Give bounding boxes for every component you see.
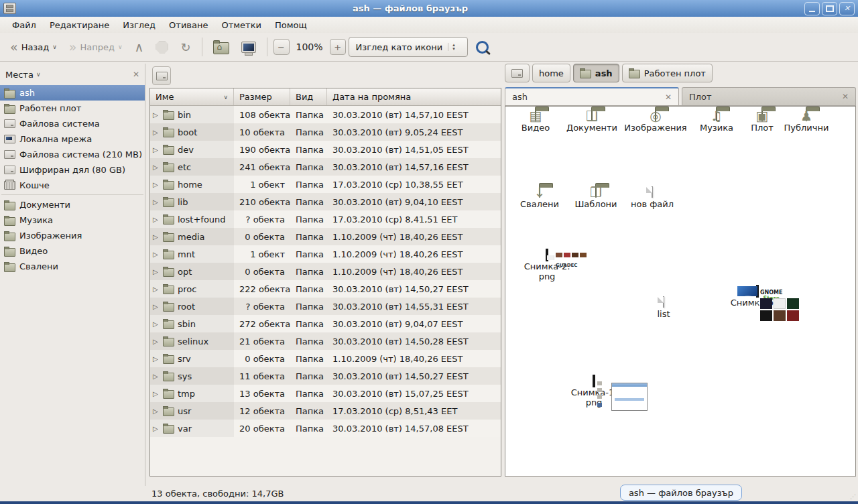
up-button[interactable]: ∧ xyxy=(130,39,149,55)
filesystem-root-button[interactable] xyxy=(152,66,171,85)
tree-row[interactable]: ▷ bin 108 обекта Папка 30.03.2010 (вт) 1… xyxy=(150,106,501,123)
tree-row[interactable]: ▷ usr 12 обекта Папка 17.03.2010 (ср) 8,… xyxy=(150,402,501,420)
menu-item[interactable]: Файл xyxy=(5,18,43,32)
expander-icon[interactable]: ▷ xyxy=(153,320,160,328)
expander-icon[interactable]: ▷ xyxy=(153,338,160,345)
expander-icon[interactable]: ▷ xyxy=(153,407,160,415)
view-mode-select[interactable]: Изглед като икони ▴▾ xyxy=(349,37,468,57)
expander-icon[interactable]: ▷ xyxy=(153,373,160,380)
menu-item[interactable]: Изглед xyxy=(116,18,162,32)
computer-button[interactable] xyxy=(237,38,261,56)
tab[interactable]: Плот ✕ xyxy=(682,87,856,105)
expander-icon[interactable]: ▷ xyxy=(153,355,160,363)
folder-item[interactable]: ♟ Публични xyxy=(778,111,835,133)
folder-item[interactable]: ▤ Видео xyxy=(507,111,564,133)
maximize-button[interactable] xyxy=(822,2,837,15)
column-header-type[interactable]: Вид xyxy=(290,88,327,105)
place-item[interactable]: Кошче xyxy=(0,178,145,193)
expander-icon[interactable]: ▷ xyxy=(153,268,160,275)
column-header-date[interactable]: Дата на промяна xyxy=(327,88,501,105)
path-button[interactable]: Работен плот xyxy=(622,64,713,82)
expander-icon[interactable]: ▷ xyxy=(153,129,160,136)
place-item[interactable]: Документи xyxy=(0,197,145,212)
tree-row[interactable]: ▷ dev 190 обекта Папка 30.03.2010 (вт) 1… xyxy=(150,141,501,158)
expander-icon[interactable]: ▷ xyxy=(153,164,160,171)
resize-grip[interactable]: ⋰ xyxy=(850,493,857,500)
tree-row[interactable]: ▷ etc 241 обекта Папка 30.03.2010 (вт) 1… xyxy=(150,158,501,176)
search-button[interactable] xyxy=(476,41,489,54)
column-header-name[interactable]: Име ∨ xyxy=(150,88,234,105)
expander-icon[interactable]: ▷ xyxy=(153,181,160,188)
icon-view[interactable]: ▤ Видео ❏ Документи ◎ Изображения xyxy=(505,106,856,477)
expander-icon[interactable]: ▷ xyxy=(153,286,160,293)
titlebar[interactable]: ash — файлов браузър xyxy=(0,0,858,17)
folder-item[interactable]: ❏ Документи xyxy=(563,111,621,133)
expander-icon[interactable]: ▷ xyxy=(153,390,160,397)
tree-row[interactable]: ▷ home 1 обект Папка 17.03.2010 (ср) 10,… xyxy=(150,176,501,193)
tree-row[interactable]: ▷ opt 0 обекта Папка 1.10.2009 (чт) 18,4… xyxy=(150,263,501,280)
tree-row[interactable]: ▷ lost+found ? обекта Папка 17.03.2010 (… xyxy=(150,210,501,228)
place-item[interactable]: Изображения xyxy=(0,228,145,243)
place-item[interactable]: ash xyxy=(0,85,145,101)
sidebar-close-icon[interactable]: ✕ xyxy=(133,70,139,79)
expander-icon[interactable]: ▷ xyxy=(153,425,160,432)
place-item[interactable]: Локална мрежа xyxy=(0,131,145,147)
place-item[interactable]: Видео xyxy=(0,243,145,259)
tab-close-icon[interactable]: ✕ xyxy=(842,92,849,101)
file-item[interactable]: list xyxy=(639,297,688,320)
expander-icon[interactable]: ▷ xyxy=(153,111,160,119)
tree-row[interactable]: ▷ mnt 1 обект Папка 1.10.2009 (чт) 18,40… xyxy=(150,245,501,263)
expander-icon[interactable]: ▷ xyxy=(153,216,160,223)
folder-item[interactable]: ◎ Изображения xyxy=(623,111,688,133)
tree-row[interactable]: ▷ selinux 21 обекта Папка 30.03.2010 (вт… xyxy=(150,332,501,350)
tree-row[interactable]: ▷ lib 210 обекта Папка 30.03.2010 (вт) 9… xyxy=(150,193,501,210)
place-item[interactable]: Шифриран дял (80 GB) xyxy=(0,162,145,178)
tree-row[interactable]: ▷ boot 10 обекта Папка 30.03.2010 (вт) 9… xyxy=(150,123,501,141)
zoom-in-button[interactable]: + xyxy=(330,39,346,55)
folder-item[interactable]: ❐ Шаблони xyxy=(567,187,625,210)
reload-button[interactable]: ↻ xyxy=(176,37,195,58)
place-item[interactable]: Файлова система xyxy=(0,116,145,131)
menu-item[interactable]: Отметки xyxy=(214,18,267,32)
stop-button[interactable] xyxy=(151,38,173,57)
expander-icon[interactable]: ▷ xyxy=(153,303,160,310)
image-file-item[interactable]: GNOME Store Снимка.png xyxy=(719,286,796,308)
expander-icon[interactable]: ▷ xyxy=(153,198,160,206)
tab-close-icon[interactable]: ✕ xyxy=(665,92,672,102)
column-header-size[interactable]: Размер xyxy=(234,88,290,105)
tree-row[interactable]: ▷ var 20 обекта Папка 30.03.2010 (вт) 14… xyxy=(150,420,501,437)
taskbar-window-button[interactable]: ash — файлов браузър xyxy=(620,485,742,501)
path-button[interactable]: home xyxy=(532,64,570,82)
root-path-button[interactable] xyxy=(505,64,530,82)
tree-row[interactable]: ▷ root ? обекта Папка 30.03.2010 (вт) 14… xyxy=(150,298,501,315)
close-button[interactable] xyxy=(839,2,855,15)
menu-item[interactable]: Редактиране xyxy=(43,18,116,32)
path-button[interactable]: ash xyxy=(573,64,619,82)
zoom-out-button[interactable]: − xyxy=(273,39,290,55)
place-item[interactable]: Свалени xyxy=(0,259,145,274)
menu-item[interactable]: Помощ xyxy=(268,18,314,32)
home-button[interactable] xyxy=(208,36,234,58)
tree-row[interactable]: ▷ tmp 13 обекта Папка 30.03.2010 (вт) 15… xyxy=(150,385,501,402)
chevron-down-icon[interactable]: ∨ xyxy=(36,71,41,78)
back-button[interactable]: « Назад ∨ xyxy=(5,39,62,56)
tree-row[interactable]: ▷ proc 222 обекта Папка 30.03.2010 (вт) … xyxy=(150,280,501,298)
back-dropdown-icon[interactable]: ∨ xyxy=(52,44,57,50)
expander-icon[interactable]: ▷ xyxy=(153,233,160,241)
minimize-button[interactable] xyxy=(804,2,820,15)
tree-row[interactable]: ▷ media 0 обекта Папка 1.10.2009 (чт) 18… xyxy=(150,228,501,245)
place-item[interactable]: Файлова система (210 MB) xyxy=(0,147,145,162)
tab[interactable]: ash ✕ xyxy=(505,87,679,105)
menu-item[interactable]: Отиване xyxy=(162,18,214,32)
folder-item[interactable]: ↓ Свалени xyxy=(511,187,568,210)
expander-icon[interactable]: ▷ xyxy=(153,251,160,258)
place-item[interactable]: Работен плот xyxy=(0,101,145,116)
image-file-item[interactable]: Снимка-1.png xyxy=(555,376,633,408)
tree-row[interactable]: ▷ srv 0 обекта Папка 1.10.2009 (чт) 18,4… xyxy=(150,350,501,367)
forward-button[interactable]: » Напред ∨ xyxy=(64,39,127,56)
sidebar-title[interactable]: Места xyxy=(5,70,34,80)
tree-row[interactable]: ▷ sys 11 обекта Папка 30.03.2010 (вт) 14… xyxy=(150,367,501,385)
tree-row[interactable]: ▷ sbin 272 обекта Папка 30.03.2010 (вт) … xyxy=(150,315,501,332)
expander-icon[interactable]: ▷ xyxy=(153,146,160,153)
place-item[interactable]: Музика xyxy=(0,212,145,228)
